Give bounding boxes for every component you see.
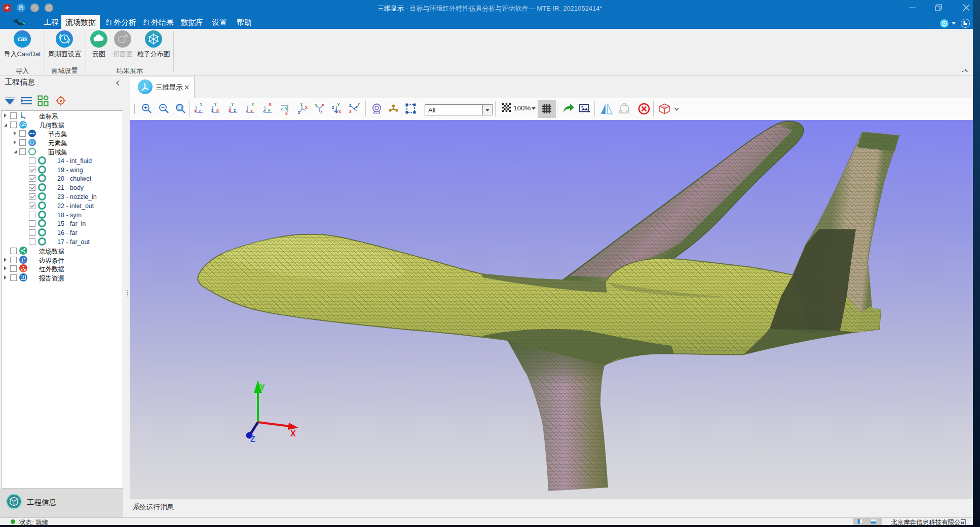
svg-text:X: X — [269, 102, 272, 107]
svg-text:x: x — [349, 109, 352, 114]
svg-text:z: z — [22, 115, 23, 118]
svg-text:Y: Y — [21, 112, 23, 114]
svg-text:z: z — [263, 108, 265, 113]
svg-text:z: z — [281, 106, 283, 111]
svg-text:X: X — [290, 429, 296, 438]
svg-text:Y: Y — [337, 102, 340, 107]
svg-text:x: x — [194, 108, 197, 113]
svg-text:x: x — [305, 105, 308, 110]
svg-text:Y: Y — [300, 102, 303, 107]
svg-text:x: x — [216, 108, 219, 113]
svg-text:x: x — [285, 111, 288, 115]
svg-text:Y: Y — [251, 102, 254, 107]
svg-text:x: x — [338, 109, 341, 114]
svg-text:z: z — [211, 108, 213, 113]
svg-text:x: x — [250, 108, 253, 113]
svg-text:Y: Y — [231, 102, 234, 107]
svg-text:z: z — [234, 108, 236, 113]
svg-text:z: z — [199, 108, 201, 113]
svg-text:x: x — [229, 108, 231, 113]
svg-text:Y: Y — [214, 102, 217, 107]
svg-text:z: z — [320, 109, 322, 114]
svg-text:x: x — [322, 102, 324, 107]
svg-text:Y: Y — [357, 102, 360, 107]
svg-text:Y: Y — [200, 102, 203, 107]
svg-text:Y: Y — [315, 103, 318, 108]
svg-text:z: z — [246, 108, 248, 113]
svg-text:y: y — [260, 381, 265, 391]
svg-text:z: z — [298, 110, 300, 115]
svg-text:z: z — [349, 103, 351, 108]
svg-text:z: z — [332, 105, 334, 110]
svg-text:Y: Y — [268, 108, 271, 113]
svg-text:Z: Z — [250, 435, 255, 443]
svg-text:x: x — [24, 116, 26, 119]
